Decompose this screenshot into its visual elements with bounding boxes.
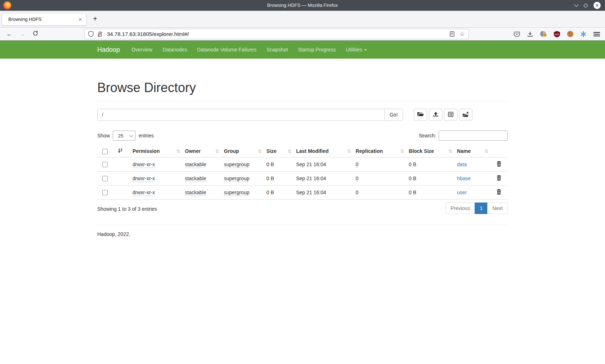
owner-cell[interactable]: stackable — [185, 190, 206, 196]
cookie-extension-icon[interactable] — [566, 30, 574, 38]
hadoop-navbar: Hadoop Overview Datanodes Datanode Volum… — [0, 41, 605, 59]
asterisk-extension-icon[interactable] — [579, 30, 587, 38]
download-icon[interactable] — [526, 30, 534, 38]
sort-amount-icon — [118, 148, 122, 154]
owner-cell[interactable]: stackable — [185, 176, 206, 182]
search-label: Search: — [419, 133, 436, 138]
table-info: Showing 1 to 3 of 3 entries — [97, 206, 157, 212]
directory-link-user[interactable]: user — [457, 190, 467, 195]
shield-icon[interactable] — [88, 31, 94, 37]
nav-item-snapshot[interactable]: Snapshot — [261, 41, 293, 59]
group-cell[interactable]: supergroup — [224, 161, 250, 168]
divider — [97, 101, 508, 101]
folder-open-icon — [417, 112, 424, 118]
browser-window: Browsing HDFS — Mozilla Firefox × Browsi… — [0, 0, 605, 364]
replication-cell[interactable]: 0 — [356, 161, 359, 168]
replication-cell[interactable]: 0 — [356, 176, 359, 182]
nav-item-startup-progress[interactable]: Startup Progress — [293, 41, 341, 59]
permission-cell[interactable]: drwxr-xr-x — [133, 190, 155, 196]
window-close-icon[interactable]: × — [593, 2, 601, 9]
header-block-size[interactable]: Block Size⇅ — [406, 145, 454, 157]
footer-text: Hadoop, 2022. — [97, 231, 508, 237]
directory-link-hbase[interactable]: hbase — [457, 176, 471, 181]
permission-cell[interactable]: drwxr-xr-x — [133, 176, 155, 182]
nav-item-utilities[interactable]: Utilities — [341, 41, 372, 59]
sort-both-icon: ⇅ — [258, 149, 262, 154]
cut-paste-button[interactable] — [444, 109, 457, 121]
replication-cell[interactable]: 0 — [356, 190, 359, 196]
tab-close-icon[interactable]: × — [77, 16, 83, 22]
nav-item-datanodes[interactable]: Datanodes — [157, 41, 192, 59]
page-length-select[interactable]: 25 — [113, 131, 136, 141]
header-permission[interactable]: Permission⇅ — [130, 145, 182, 157]
header-name[interactable]: Name⇅ — [454, 145, 490, 157]
block-size-cell: 0 B — [409, 161, 416, 167]
table-row: drwxr-xr-x stackable supergroup 0 B Sep … — [97, 157, 508, 171]
forward-button: → — [16, 31, 29, 38]
row-checkbox[interactable] — [102, 176, 108, 181]
type-sort-header[interactable] — [115, 145, 130, 157]
back-button[interactable]: ← — [3, 31, 16, 38]
navbar-brand-hadoop[interactable]: Hadoop — [97, 46, 120, 54]
last-modified-cell: Sep 21 16:04 — [296, 161, 326, 167]
parent-directory-button[interactable] — [414, 109, 427, 121]
search-input[interactable] — [439, 131, 508, 141]
sort-both-icon: ⇅ — [484, 149, 488, 154]
pagination-next[interactable]: Next — [487, 203, 508, 214]
delete-button[interactable] — [497, 175, 501, 182]
header-group[interactable]: Group⇅ — [221, 145, 264, 157]
entries-label: entries — [139, 133, 154, 138]
pagination: Previous 1 Next — [445, 203, 508, 214]
url-text[interactable]: 34.78.17.63:31805/explorer.html#/ — [107, 31, 450, 37]
go-button[interactable]: Go! — [384, 109, 403, 121]
insecure-lock-icon[interactable] — [97, 31, 103, 37]
block-size-cell: 0 B — [409, 176, 416, 181]
upload-files-button[interactable] — [429, 109, 442, 121]
menu-hamburger-icon[interactable] — [593, 30, 601, 38]
nav-item-overview[interactable]: Overview — [126, 41, 157, 59]
header-replication[interactable]: Replication⇅ — [353, 145, 406, 157]
new-tab-button[interactable]: + — [90, 14, 100, 24]
tab-browsing-hdfs[interactable]: Browsing HDFS × — [2, 13, 86, 26]
select-all-checkbox[interactable] — [102, 149, 108, 154]
group-cell[interactable]: supergroup — [224, 190, 250, 196]
pagination-previous[interactable]: Previous — [445, 203, 475, 214]
row-checkbox[interactable] — [102, 190, 108, 195]
page-title: Browse Directory — [97, 80, 508, 95]
nav-item-datanode-volume-failures[interactable]: Datanode Volume Failures — [192, 41, 261, 59]
size-cell: 0 B — [266, 176, 274, 181]
create-directory-button[interactable] — [459, 109, 472, 121]
header-last-modified[interactable]: Last Modified⇅ — [293, 145, 353, 157]
window-minimize-icon[interactable] — [574, 2, 579, 7]
delete-button[interactable] — [497, 161, 501, 168]
delete-button[interactable] — [497, 189, 501, 196]
reader-mode-icon[interactable] — [450, 31, 454, 37]
header-owner[interactable]: Owner⇅ — [182, 145, 221, 157]
window-maximize-icon[interactable] — [583, 3, 588, 8]
size-cell: 0 B — [266, 190, 274, 195]
url-bar[interactable]: 34.78.17.63:31805/explorer.html#/ ☆ — [84, 29, 469, 39]
table-row: drwxr-xr-x stackable supergroup 0 B Sep … — [97, 185, 508, 199]
directory-path-input[interactable] — [97, 109, 385, 121]
owner-cell[interactable]: stackable — [185, 161, 206, 168]
permission-cell[interactable]: drwxr-xr-x — [133, 161, 155, 168]
row-checkbox[interactable] — [102, 162, 108, 167]
sort-both-icon: ⇅ — [347, 149, 351, 154]
group-cell[interactable]: supergroup — [224, 176, 250, 182]
page-content: Browse Directory Go! — [0, 59, 605, 364]
list-alt-icon — [448, 112, 453, 118]
firefox-logo-icon — [3, 1, 11, 9]
bookmark-star-icon[interactable]: ☆ — [460, 30, 465, 38]
sort-both-icon: ⇅ — [176, 149, 180, 154]
directory-link-data[interactable]: data — [457, 161, 467, 167]
reload-button[interactable] — [29, 31, 42, 38]
privacy-extension-icon[interactable] — [539, 30, 547, 38]
sort-both-icon: ⇅ — [448, 149, 452, 154]
ublock-icon[interactable]: UO — [553, 30, 561, 38]
pocket-icon[interactable] — [513, 30, 521, 38]
tab-strip: Browsing HDFS × + — [0, 11, 605, 28]
pagination-page-1[interactable]: 1 — [475, 203, 488, 214]
header-size[interactable]: Size⇅ — [264, 145, 293, 157]
trash-icon — [497, 190, 501, 196]
sort-both-icon: ⇅ — [400, 149, 404, 154]
